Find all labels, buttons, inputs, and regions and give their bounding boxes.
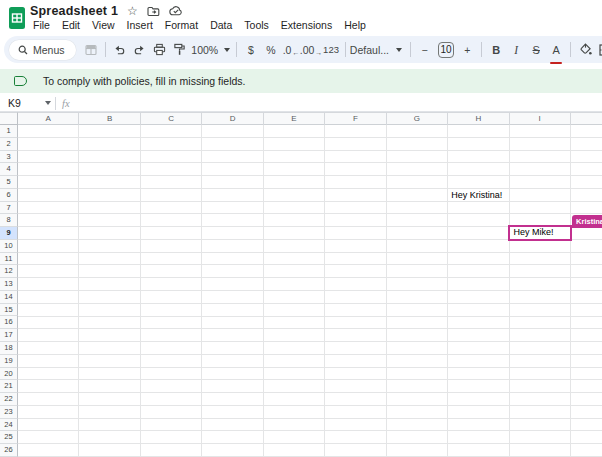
arrow-right-icon: → [315, 49, 322, 56]
toolbar-divider [410, 42, 411, 57]
row-header-3[interactable]: 3 [0, 151, 18, 164]
name-box[interactable]: K9 [0, 97, 42, 109]
row-header-10[interactable]: 10 [0, 240, 18, 253]
menus-label: Menus [33, 44, 65, 56]
menu-edit[interactable]: Edit [56, 17, 86, 33]
policy-flag-icon [14, 76, 27, 86]
menu-extensions[interactable]: Extensions [275, 17, 338, 33]
sheets-logo-icon[interactable] [8, 6, 26, 30]
toolbar-divider [481, 42, 482, 57]
font-family-selector[interactable]: Defaul... [350, 44, 393, 56]
row-header-21[interactable]: 21 [0, 380, 18, 393]
paint-format-icon[interactable] [169, 39, 189, 60]
print-icon[interactable] [149, 39, 169, 60]
menu-file[interactable]: File [27, 17, 56, 33]
row-header-9[interactable]: 9 [0, 227, 18, 240]
move-folder-icon[interactable] [147, 6, 160, 17]
decrease-decimals-button[interactable]: .0← [281, 39, 301, 60]
column-header-C[interactable]: C [141, 113, 202, 125]
format-currency-button[interactable]: $ [241, 39, 261, 60]
formula-bar-divider [55, 97, 56, 110]
row-header-19[interactable]: 19 [0, 355, 18, 368]
cell-H6[interactable]: Hey Kristina! [448, 189, 509, 202]
column-header-partial[interactable] [571, 113, 602, 125]
row-header-25[interactable]: 25 [0, 431, 18, 444]
sheet-cells[interactable]: Hey Kristina!Hey Mike!Kristina [18, 125, 602, 457]
row-header-11[interactable]: 11 [0, 253, 18, 266]
row-header-23[interactable]: 23 [0, 406, 18, 419]
row-header-5[interactable]: 5 [0, 176, 18, 189]
zoom-selector[interactable]: 100% [189, 44, 232, 56]
menu-tools[interactable]: Tools [238, 17, 275, 33]
row-header-1[interactable]: 1 [0, 125, 18, 138]
increase-font-size-button[interactable]: + [457, 39, 477, 60]
menu-data[interactable]: Data [204, 17, 238, 33]
toolbar-divider [105, 42, 106, 57]
column-header-F[interactable]: F [325, 113, 386, 125]
redo-icon[interactable] [129, 39, 149, 60]
policy-banner-text: To comply with policies, fill in missing… [43, 75, 245, 87]
increase-decimals-button[interactable]: .00→ [301, 39, 321, 60]
row-header-8[interactable]: 8 [0, 214, 18, 227]
cloud-saved-icon[interactable] [169, 6, 183, 16]
row-header-17[interactable]: 17 [0, 329, 18, 342]
policy-banner: To comply with policies, fill in missing… [0, 69, 602, 93]
column-header-G[interactable]: G [387, 113, 448, 125]
search-icon [18, 45, 28, 55]
menu-bar: File Edit View Insert Format Data Tools … [27, 17, 372, 33]
chevron-down-icon [224, 48, 230, 52]
column-headers: ABCDEFGHI [18, 112, 602, 125]
row-header-4[interactable]: 4 [0, 163, 18, 176]
star-icon[interactable]: ☆ [127, 5, 138, 17]
decrease-font-size-button[interactable]: − [415, 39, 435, 60]
row-header-22[interactable]: 22 [0, 393, 18, 406]
column-header-E[interactable]: E [264, 113, 325, 125]
chevron-down-icon[interactable] [396, 48, 402, 52]
chevron-down-icon[interactable] [45, 101, 51, 105]
font-size-input[interactable]: 10 [438, 42, 455, 58]
row-header-13[interactable]: 13 [0, 278, 18, 291]
cell-I9[interactable]: Hey Mike! [508, 225, 573, 241]
row-header-14[interactable]: 14 [0, 291, 18, 304]
menu-format[interactable]: Format [159, 17, 204, 33]
row-header-6[interactable]: 6 [0, 189, 18, 202]
row-header-24[interactable]: 24 [0, 419, 18, 432]
table-icon[interactable] [81, 39, 101, 60]
italic-button[interactable]: I [506, 39, 526, 60]
menus-search-button[interactable]: Menus [9, 40, 76, 60]
menu-insert[interactable]: Insert [121, 17, 159, 33]
menu-view[interactable]: View [86, 17, 121, 33]
format-percent-button[interactable]: % [261, 39, 281, 60]
bold-button[interactable]: B [486, 39, 506, 60]
number-format-button[interactable]: 123 [321, 39, 341, 60]
undo-icon[interactable] [109, 39, 129, 60]
google-sheets-app: Spreadsheet 1 ☆ File Edit View Insert Fo… [0, 0, 602, 457]
row-header-26[interactable]: 26 [0, 444, 18, 457]
text-color-swatch [550, 62, 562, 65]
toolbar-divider [236, 42, 237, 57]
row-header-2[interactable]: 2 [0, 138, 18, 151]
document-title[interactable]: Spreadsheet 1 [30, 4, 118, 18]
select-all-corner[interactable] [0, 112, 18, 125]
column-header-B[interactable]: B [79, 113, 140, 125]
column-header-D[interactable]: D [202, 113, 263, 125]
zoom-level: 100% [191, 44, 218, 56]
column-header-H[interactable]: H [448, 113, 509, 125]
strikethrough-button[interactable]: S [526, 39, 546, 60]
column-header-I[interactable]: I [510, 113, 571, 125]
row-header-12[interactable]: 12 [0, 265, 18, 278]
fx-icon: fx [62, 98, 70, 109]
row-header-15[interactable]: 15 [0, 304, 18, 317]
collaborator-presence-tag: Kristina [572, 215, 602, 228]
fill-color-icon[interactable] [575, 39, 595, 60]
menu-help[interactable]: Help [338, 17, 372, 33]
row-headers: 1234567891011121314151617181920212223242… [0, 125, 18, 457]
row-header-18[interactable]: 18 [0, 342, 18, 355]
row-header-20[interactable]: 20 [0, 368, 18, 381]
toolbar-divider [345, 42, 346, 57]
borders-icon[interactable] [595, 39, 602, 60]
row-header-7[interactable]: 7 [0, 202, 18, 215]
column-header-A[interactable]: A [18, 113, 79, 125]
text-color-button[interactable]: A [546, 39, 566, 60]
row-header-16[interactable]: 16 [0, 316, 18, 329]
